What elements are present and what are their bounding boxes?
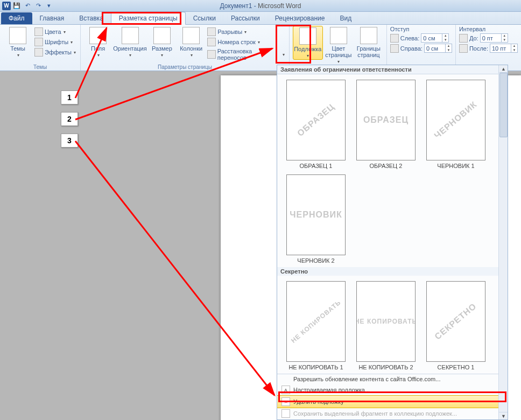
cmd-allow-update[interactable]: Разрешить обновление контента с сайта Of… [277,374,508,384]
gallery-grid-2: НЕ КОПИРОВАТЬНЕ КОПИРОВАТЬ 1 НЕ КОПИРОВА… [277,276,499,374]
quick-access-toolbar: W 💾 ↶ ↷ ▾ [2,1,54,11]
gallery-section-confidential: Секретно [277,267,508,276]
save-icon[interactable]: 💾 [12,1,22,11]
doc-name: Документ1 [220,2,252,10]
themes-button[interactable]: Темы ▾ [3,26,32,58]
title-bar: W 💾 ↶ ↷ ▾ Документ1 - Microsoft Word [0,0,521,12]
orientation-button[interactable]: Ориентация▾ [113,26,146,58]
spacing-before-label: До: [469,35,478,41]
tab-view[interactable]: Вид [332,12,359,24]
tab-references[interactable]: Ссылки [186,12,223,24]
gallery-grid-1: ОБРАЗЕЦОБРАЗЕЦ 1 ОБРАЗЕЦОБРАЗЕЦ 2 ЧЕРНОВ… [277,74,499,267]
callout-3: 3 [61,134,78,148]
indent-right-label: Справа: [400,45,423,52]
gallery-item[interactable]: ЧЕРНОВИКЧЕРНОВИК 1 [424,80,488,169]
tab-page-layout[interactable]: Разметка страницы [111,12,186,25]
breaks-button[interactable]: Разрывы▾ [206,27,286,37]
margins-icon [89,27,107,44]
scroll-up-icon[interactable]: ▲ [499,65,508,73]
gallery-item[interactable]: НЕ КОПИРОВАТЬНЕ КОПИРОВАТЬ 1 [284,281,348,370]
qat-dropdown-icon[interactable]: ▾ [44,1,54,11]
page-color-icon [330,27,347,44]
indent-right-icon [390,44,399,53]
word-app-icon: W [2,2,11,10]
indent-right-input[interactable]: 0 см▲▼ [424,44,452,53]
watermark-icon [299,27,316,45]
gallery-item[interactable]: ОБРАЗЕЦОБРАЗЕЦ 2 [354,80,418,169]
gallery-commands: Разрешить обновление контента с сайта Of… [277,374,508,419]
remove-watermark-icon: ✕ [281,397,290,406]
indent-left-input[interactable]: 0 см▲▼ [421,33,449,43]
group-label-themes: Темы [0,64,80,70]
themes-icon [9,27,26,44]
hyphenation-icon [207,50,216,59]
indent-left-icon [390,34,399,43]
tab-review[interactable]: Рецензирование [267,12,333,24]
group-label-page-setup: Параметры страницы [81,64,289,70]
callout-2: 2 [61,112,78,126]
custom-watermark-icon: A [281,386,290,394]
cmd-save-to-gallery: Сохранить выделенный фрагмент в коллекци… [277,408,508,419]
spacing-after-icon [459,44,468,53]
tab-home[interactable]: Главная [32,12,72,24]
theme-colors-button[interactable]: Цвета▾ [33,27,77,37]
window-title: Документ1 - Microsoft Word [220,2,301,10]
group-themes: Темы ▾ Цвета▾ Шрифты▾ Эффекты▾ Темы [0,25,81,71]
gallery-scrollbar[interactable]: ▲ ▼ [498,65,508,419]
cmd-custom-watermark[interactable]: AНастраиваемая подложка... [277,384,508,396]
effects-icon [34,48,43,57]
indent-left-label: Слева: [400,35,419,41]
theme-fonts-button[interactable]: Шрифты▾ [33,37,77,47]
redo-icon[interactable]: ↷ [33,1,43,11]
save-selection-icon [281,409,290,418]
hyphenation-button[interactable]: Расстановка переносов▾ [206,47,286,61]
gallery-item[interactable]: НЕ КОПИРОВАТЬНЕ КОПИРОВАТЬ 2 [354,281,418,370]
margins-button[interactable]: Поля▾ [84,26,112,58]
page-borders-button[interactable]: Границы страниц [354,26,383,58]
page-color-button[interactable]: Цвет страницы▾ [324,26,353,64]
spacing-after-input[interactable]: 10 пт▲▼ [490,44,518,53]
group-indent: Отступ Слева: 0 см▲▼ Справа: 0 см▲▼ [387,25,456,71]
orientation-icon [122,27,139,44]
fonts-icon [34,38,43,46]
page-borders-icon [360,27,377,44]
watermark-button[interactable]: Подложка▾ [293,26,323,60]
colors-icon [34,27,43,36]
spacing-after-label: После: [469,45,488,52]
ribbon-tabs: Файл Главная Вставка Разметка страницы С… [0,12,521,25]
watermark-gallery-panel: Заявления об ограничении ответственности… [277,65,508,420]
app-name: Microsoft Word [258,2,301,10]
callout-1: 1 [61,90,78,104]
group-page-background: Подложка▾ Цвет страницы▾ Границы страниц [290,25,387,71]
line-numbers-icon [207,38,216,46]
columns-icon [182,27,200,44]
tab-mailings[interactable]: Рассылки [223,12,267,24]
spacing-header: Интервал [459,26,518,32]
scrollbar-thumb[interactable] [499,73,508,137]
undo-icon[interactable]: ↶ [23,1,32,11]
theme-effects-button[interactable]: Эффекты▾ [33,47,77,57]
indent-header: Отступ [390,26,452,32]
size-button[interactable]: Размер▾ [148,26,176,58]
size-icon [153,27,171,44]
tab-insert[interactable]: Вставка [72,12,111,24]
group-spacing: Интервал До: 0 пт▲▼ После: 10 пт▲▼ [456,25,521,71]
spacing-before-icon [459,34,468,43]
scroll-down-icon[interactable]: ▼ [499,412,508,419]
line-numbers-button[interactable]: Номера строк▾ [206,37,286,47]
breaks-icon [207,27,216,36]
spacing-before-input[interactable]: 0 пт▲▼ [480,33,508,43]
gallery-item[interactable]: ЧЕРНОВИКЧЕРНОВИК 2 [284,174,348,264]
tab-file[interactable]: Файл [1,12,32,24]
gallery-item[interactable]: СЕКРЕТНОСЕКРЕТНО 1 [424,281,488,370]
columns-button[interactable]: Колонки▾ [177,26,205,58]
group-page-setup: Поля▾ Ориентация▾ Размер▾ Колонки▾ Разры… [81,25,290,71]
gallery-section-disclaimers: Заявления об ограничении ответственности [277,65,508,74]
gallery-item[interactable]: ОБРАЗЕЦОБРАЗЕЦ 1 [284,80,348,169]
cmd-remove-watermark[interactable]: ✕Удалить подложку [277,395,508,408]
